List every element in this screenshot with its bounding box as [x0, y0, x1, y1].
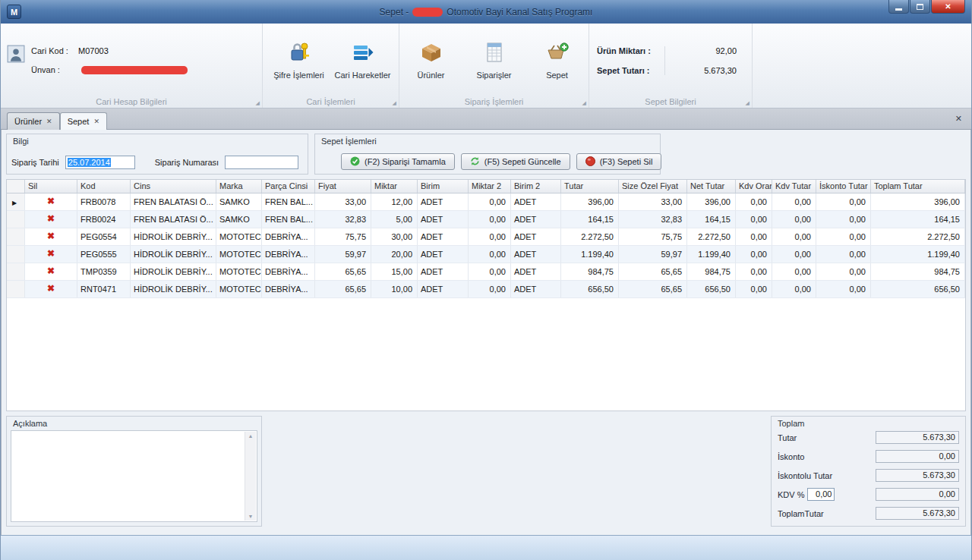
grid-cell[interactable]: 0,00: [772, 193, 816, 210]
grid-cell[interactable]: 0,00: [816, 281, 871, 297]
grid-cell[interactable]: 396,00: [687, 193, 736, 210]
grid-row[interactable]: ✖FRB0024FREN BALATASI Ö...SAMKOFREN BAL.…: [7, 211, 965, 228]
column-header[interactable]: Birim 2: [511, 180, 561, 193]
grid-cell[interactable]: 33,00: [619, 193, 687, 210]
grid-cell[interactable]: ADET: [418, 246, 469, 263]
grid-cell[interactable]: 32,83: [315, 211, 371, 228]
grid-row[interactable]: ▶✖FRB0078FREN BALATASI Ö...SAMKOFREN BAL…: [7, 193, 965, 211]
grid-cell[interactable]: 1.199,40: [687, 246, 736, 263]
siparisler-button[interactable]: Siparişler: [462, 37, 525, 80]
sepet-button[interactable]: Sepet: [525, 37, 589, 80]
grid-cell[interactable]: 396,00: [561, 193, 619, 210]
grid-cell[interactable]: 0,00: [772, 263, 816, 280]
grid-cell[interactable]: DEBRİYA...: [262, 228, 315, 245]
grid-cell[interactable]: 65,65: [315, 263, 371, 280]
grid-cell[interactable]: MOTOTEC: [216, 246, 262, 263]
grid-cell[interactable]: FREN BALATASI Ö...: [131, 211, 216, 228]
column-header[interactable]: İskonto Tutar: [816, 180, 871, 193]
grid-cell[interactable]: DEBRİYA...: [262, 246, 315, 263]
grid-cell[interactable]: 2.272,50: [687, 228, 736, 245]
column-header[interactable]: Marka: [216, 180, 262, 193]
siparisi-tamamla-button[interactable]: (F2) Siparişi Tamamla: [341, 153, 455, 170]
grid-row[interactable]: ✖PEG0555HİDROLİK DEBRİY...MOTOTECDEBRİYA…: [7, 246, 965, 263]
grid-cell[interactable]: ADET: [511, 211, 561, 228]
grid-cell[interactable]: 75,75: [619, 228, 687, 245]
urunler-button[interactable]: Ürünler: [399, 37, 462, 80]
delete-row-icon[interactable]: ✖: [25, 281, 77, 297]
grid-cell[interactable]: 0,00: [736, 228, 772, 245]
column-header[interactable]: Kdv Oran: [736, 180, 772, 193]
grid-cell[interactable]: 0,00: [816, 193, 871, 210]
column-header[interactable]: Fiyat: [315, 180, 371, 193]
delete-row-icon[interactable]: ✖: [25, 246, 77, 263]
dialog-launcher-icon[interactable]: ◢: [256, 100, 260, 106]
grid-cell[interactable]: FREN BALATASI Ö...: [131, 193, 216, 210]
grid-cell[interactable]: ADET: [511, 228, 561, 245]
scroll-down-icon[interactable]: ▼: [248, 514, 254, 519]
siparis-numarasi-input[interactable]: [225, 156, 298, 169]
grid-cell[interactable]: ADET: [418, 281, 469, 297]
tabbar-close-icon[interactable]: ✕: [955, 114, 962, 124]
column-header[interactable]: Birim: [418, 180, 469, 193]
dialog-launcher-icon[interactable]: ◢: [582, 100, 586, 106]
grid-cell[interactable]: ADET: [418, 228, 469, 245]
grid-cell[interactable]: 0,00: [736, 246, 772, 263]
delete-row-icon[interactable]: ✖: [25, 263, 77, 280]
grid-cell[interactable]: 59,97: [315, 246, 371, 263]
grid-cell[interactable]: 75,75: [315, 228, 371, 245]
grid-cell[interactable]: 59,97: [619, 246, 687, 263]
grid-cell[interactable]: 0,00: [469, 228, 511, 245]
column-header[interactable]: Miktar 2: [469, 180, 511, 193]
scrollbar[interactable]: ▲ ▼: [245, 432, 256, 521]
column-header[interactable]: Size Özel Fiyat: [619, 180, 687, 193]
grid-cell[interactable]: PEG0554: [77, 228, 131, 245]
kdv-input[interactable]: 0,00: [807, 488, 835, 501]
grid-cell[interactable]: 0,00: [736, 263, 772, 280]
grid-cell[interactable]: 65,65: [619, 263, 687, 280]
delete-row-icon[interactable]: ✖: [25, 228, 77, 245]
sepeti-sil-button[interactable]: (F3) Sepeti Sil: [576, 153, 662, 170]
grid-cell[interactable]: 30,00: [371, 228, 418, 245]
grid-cell[interactable]: HİDROLİK DEBRİY...: [131, 246, 216, 263]
grid-cell[interactable]: ADET: [418, 211, 469, 228]
grid-cell[interactable]: 656,50: [687, 281, 736, 297]
grid-cell[interactable]: HİDROLİK DEBRİY...: [131, 263, 216, 280]
grid-cell[interactable]: FREN BAL...: [262, 211, 315, 228]
grid-cell[interactable]: 0,00: [772, 246, 816, 263]
grid-cell[interactable]: ADET: [418, 193, 469, 210]
column-header[interactable]: Cins: [131, 180, 216, 193]
delete-row-icon[interactable]: ✖: [25, 211, 77, 228]
grid-row[interactable]: ✖RNT0471HİDROLİK DEBRİY...MOTOTECDEBRİYA…: [7, 281, 965, 298]
grid-cell[interactable]: 396,00: [871, 193, 965, 210]
sifre-islemleri-button[interactable]: Şifre İşlemleri: [267, 37, 331, 80]
grid-cell[interactable]: 0,00: [469, 263, 511, 280]
grid-cell[interactable]: HİDROLİK DEBRİY...: [131, 281, 216, 297]
grid-cell[interactable]: 2.272,50: [871, 228, 965, 245]
grid-cell[interactable]: 12,00: [371, 193, 418, 210]
grid-row[interactable]: ✖PEG0554HİDROLİK DEBRİY...MOTOTECDEBRİYA…: [7, 228, 965, 246]
column-header[interactable]: Kod: [77, 180, 131, 193]
grid-cell[interactable]: 0,00: [772, 228, 816, 245]
aciklama-textarea[interactable]: ▲ ▼: [11, 430, 257, 522]
column-header[interactable]: Miktar: [371, 180, 418, 193]
cari-hareketler-button[interactable]: Cari Hareketler: [331, 37, 395, 80]
grid-cell[interactable]: 65,65: [315, 281, 371, 297]
grid-cell[interactable]: 1.199,40: [871, 246, 965, 263]
grid-cell[interactable]: 0,00: [772, 281, 816, 297]
grid-cell[interactable]: MOTOTEC: [216, 263, 262, 280]
column-header[interactable]: Toplam Tutar: [871, 180, 965, 193]
grid-cell[interactable]: 33,00: [315, 193, 371, 210]
grid-cell[interactable]: DEBRİYA...: [262, 281, 315, 297]
grid-cell[interactable]: 0,00: [736, 281, 772, 297]
grid-cell[interactable]: SAMKO: [216, 193, 262, 210]
column-header[interactable]: Kdv Tutar: [772, 180, 816, 193]
delete-row-icon[interactable]: ✖: [25, 193, 77, 210]
column-header[interactable]: Parça Cinsi: [262, 180, 315, 193]
tab-urunler[interactable]: Ürünler ✕: [7, 112, 60, 130]
grid-cell[interactable]: FREN BAL...: [262, 193, 315, 210]
grid-cell[interactable]: TMP0359: [77, 263, 131, 280]
scroll-up-icon[interactable]: ▲: [248, 433, 254, 439]
grid-cell[interactable]: 0,00: [469, 211, 511, 228]
column-header[interactable]: Sil: [25, 180, 77, 193]
grid-cell[interactable]: ADET: [511, 263, 561, 280]
